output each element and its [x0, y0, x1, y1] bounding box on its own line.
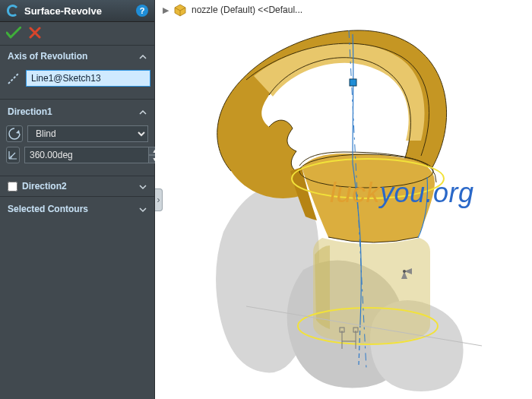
chevron-down-icon [139, 182, 147, 190]
section-header-direction2[interactable]: Direction2 [0, 178, 154, 195]
svg-point-2 [403, 270, 406, 273]
chevron-down-icon [139, 205, 147, 213]
section-body-axis [0, 67, 154, 97]
divider [0, 196, 154, 197]
axis-selection-input[interactable] [26, 70, 150, 87]
section-title-contours: Selected Contours [8, 204, 88, 214]
help-icon[interactable]: ? [136, 5, 148, 17]
section-header-contours[interactable]: Selected Contours [0, 198, 154, 220]
feature-title: Surface-Revolve [24, 5, 136, 17]
axis-line-icon[interactable] [6, 70, 21, 87]
section-title-axis: Axis of Revolution [8, 51, 87, 62]
surface-revolve-icon [6, 4, 20, 17]
panel-splitter-handle[interactable] [155, 188, 163, 211]
direction2-checkbox[interactable] [8, 182, 17, 192]
direction1-type-dropdown[interactable]: Blind [27, 125, 148, 142]
section-body-direction1: Blind ▲ ▼ [0, 122, 154, 174]
confirm-row [0, 22, 154, 46]
divider [0, 176, 154, 176]
section-header-axis[interactable]: Axis of Revolution [0, 46, 154, 67]
divider [0, 99, 154, 100]
model-canvas [163, 4, 532, 399]
section-header-direction1[interactable]: Direction1 [0, 101, 154, 122]
reverse-direction-icon[interactable] [6, 125, 23, 142]
ok-button[interactable] [6, 27, 21, 39]
sketch-endpoint-handle[interactable] [350, 79, 356, 86]
chevron-up-icon [139, 52, 147, 60]
angle-icon[interactable] [6, 147, 20, 163]
feature-header: Surface-Revolve ? [0, 0, 154, 22]
direction1-angle-input[interactable] [24, 147, 149, 163]
section-title-direction2: Direction2 [22, 181, 67, 192]
property-manager-panel: Surface-Revolve ? Axis of Revolution Dir… [0, 0, 155, 399]
section-title-direction1: Direction1 [8, 106, 52, 117]
cancel-button[interactable] [29, 27, 41, 39]
graphics-viewport[interactable]: ▶ nozzle (Default) <<Defaul... [155, 0, 532, 399]
svg-line-0 [8, 73, 19, 84]
chevron-up-icon [139, 108, 147, 116]
